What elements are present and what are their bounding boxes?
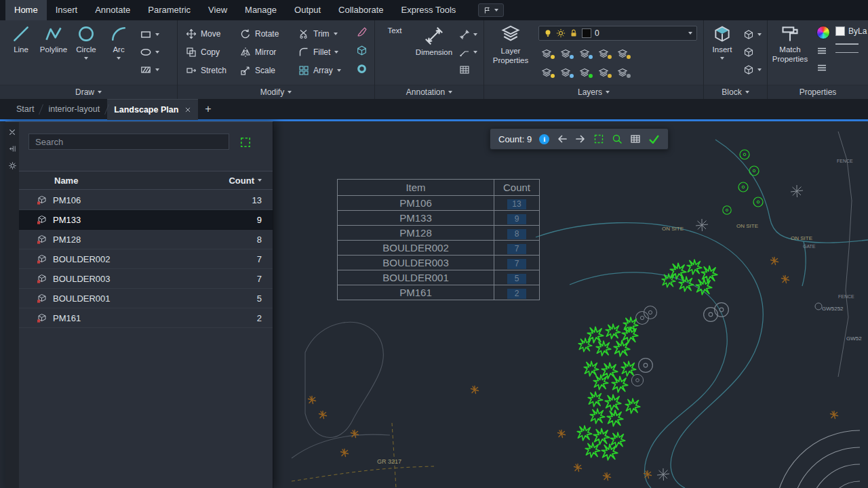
ribbon-tab-output[interactable]: Output xyxy=(285,0,330,20)
chevron-down-icon xyxy=(155,33,159,36)
select-counted-objects-button[interactable] xyxy=(593,134,604,144)
lineweight-dropdown[interactable] xyxy=(835,43,867,45)
leader-button[interactable] xyxy=(459,43,477,61)
linetype-dropdown[interactable] xyxy=(835,52,867,53)
line-tool-button[interactable]: Line xyxy=(5,24,37,55)
next-instance-button[interactable] xyxy=(575,134,586,144)
patio-arcs xyxy=(775,430,860,488)
ribbon-tab-annotate[interactable]: Annotate xyxy=(86,0,139,20)
trim-tool-button[interactable]: Trim xyxy=(298,25,350,43)
copy-icon xyxy=(186,47,197,58)
text-tool-button[interactable]: Text xyxy=(380,24,409,36)
layer-tools-row-2 xyxy=(541,66,629,77)
arc-tool-button[interactable]: Arc xyxy=(103,24,134,60)
list-item-pm161[interactable]: PM1612 xyxy=(19,308,273,328)
column-header-name[interactable]: Name xyxy=(54,176,78,186)
file-tab-landscape-plan[interactable]: Landscape Plan xyxy=(107,99,198,120)
dimension-tool-button[interactable]: Dimension xyxy=(413,24,455,58)
layer-thaw-button[interactable] xyxy=(560,66,572,77)
properties-panel-title[interactable]: Properties xyxy=(768,85,868,99)
previous-instance-button[interactable] xyxy=(557,134,568,144)
close-icon[interactable] xyxy=(184,106,191,113)
layers-panel-label: Layers xyxy=(578,87,602,97)
lineweight-list-icon[interactable] xyxy=(816,62,827,73)
array-tool-button[interactable]: Array xyxy=(298,62,350,79)
auto-hide-pin-icon[interactable] xyxy=(8,144,17,153)
list-item-boulder003[interactable]: BOULDER0037 xyxy=(19,269,273,289)
column-header-count[interactable]: Count xyxy=(229,176,262,186)
draw-panel-title[interactable]: Draw xyxy=(0,85,177,99)
erase-brush-icon[interactable] xyxy=(356,26,368,38)
list-item-pm106[interactable]: PM10613 xyxy=(19,190,273,210)
list-item-pm128[interactable]: PM1288 xyxy=(19,230,273,249)
ribbon-tab-manage[interactable]: Manage xyxy=(236,0,285,20)
color-wheel-icon[interactable] xyxy=(816,26,830,39)
circle-tool-button[interactable]: Circle xyxy=(71,24,102,60)
layer-lock-button[interactable] xyxy=(598,47,610,58)
ellipse-tool-button[interactable] xyxy=(140,43,159,61)
list-item-pm133[interactable]: PM1339 xyxy=(19,210,273,230)
insert-count-table-button[interactable] xyxy=(630,134,641,144)
chevron-down-icon xyxy=(473,33,477,36)
layer-lock-all-button[interactable] xyxy=(598,66,610,77)
block-panel-title[interactable]: Block xyxy=(704,85,767,99)
finish-count-check-button[interactable] xyxy=(648,134,660,145)
count-selection-button[interactable] xyxy=(237,134,254,150)
annotation-panel-title[interactable]: Annotation xyxy=(375,85,484,99)
layer-isolate-button[interactable] xyxy=(560,47,572,58)
layer-match-button[interactable] xyxy=(617,66,629,77)
move-tool-button[interactable]: Move xyxy=(186,25,240,43)
ribbon-tab-home[interactable]: Home xyxy=(5,0,47,20)
layer-off-button[interactable] xyxy=(541,47,553,58)
offset-donut-icon[interactable] xyxy=(356,63,368,75)
copy-tool-button[interactable]: Copy xyxy=(186,43,240,61)
layer-freeze-button[interactable] xyxy=(579,47,591,58)
ribbon-tab-parametric[interactable]: Parametric xyxy=(139,0,199,20)
ribbon-tab-collaborate[interactable]: Collaborate xyxy=(330,0,393,20)
block-attributes-button[interactable] xyxy=(743,61,762,79)
drawing-label-on-site-2: ON SITE xyxy=(736,223,758,229)
explode-cube-icon[interactable] xyxy=(356,45,368,56)
object-color-dropdown[interactable]: ByLa xyxy=(835,26,867,36)
gear-icon[interactable] xyxy=(8,161,17,170)
linetype-list-icon[interactable] xyxy=(816,45,827,56)
ellipse-icon xyxy=(140,46,152,58)
hatch-tool-button[interactable] xyxy=(140,61,159,79)
search-input[interactable] xyxy=(28,134,229,150)
list-item-boulder001[interactable]: BOULDER0015 xyxy=(19,289,273,308)
stretch-tool-button[interactable]: Stretch xyxy=(186,62,240,79)
rectangle-tool-button[interactable] xyxy=(140,26,159,43)
mirror-tool-button[interactable]: Mirror xyxy=(240,43,298,61)
panel-annotation: Text Dimension Annotation xyxy=(375,20,484,99)
dimension-style-button[interactable] xyxy=(459,26,477,43)
layer-select-dropdown[interactable]: 0 xyxy=(538,26,697,41)
file-tab-interior-layout[interactable]: interior-layout xyxy=(41,99,106,119)
ribbon-tab-view[interactable]: View xyxy=(199,0,236,20)
layers-panel-title[interactable]: Layers xyxy=(484,85,703,99)
polyline-tool-button[interactable]: Polyline xyxy=(38,24,69,55)
layer-on-all-button[interactable] xyxy=(541,66,553,77)
file-tab-start[interactable]: Start xyxy=(9,99,41,119)
ribbon-tab-express-tools[interactable]: Express Tools xyxy=(393,0,465,20)
circle-tool-label: Circle xyxy=(76,45,96,55)
zoom-to-selection-button[interactable] xyxy=(612,134,623,144)
rotate-tool-button[interactable]: Rotate xyxy=(240,25,298,43)
info-icon[interactable] xyxy=(539,134,549,144)
list-item-boulder002[interactable]: BOULDER0027 xyxy=(19,249,273,269)
fillet-tool-button[interactable]: Fillet xyxy=(298,43,350,61)
layer-unisolate-button[interactable] xyxy=(579,66,591,77)
create-block-button[interactable] xyxy=(743,26,762,43)
edit-block-button[interactable] xyxy=(743,43,762,61)
close-icon[interactable] xyxy=(8,128,16,136)
table-button[interactable] xyxy=(459,61,477,79)
ribbon-tab-insert[interactable]: Insert xyxy=(47,0,87,20)
layer-properties-button[interactable]: LayerProperties xyxy=(490,24,532,65)
layer-unlock-button[interactable] xyxy=(617,47,629,58)
insert-block-button[interactable]: Insert xyxy=(707,24,738,60)
new-drawing-tab-button[interactable]: + xyxy=(198,103,218,115)
modify-panel-title[interactable]: Modify xyxy=(178,85,374,99)
ribbon-display-options-button[interactable] xyxy=(478,3,504,17)
match-properties-button[interactable]: MatchProperties xyxy=(769,24,811,64)
line-icon xyxy=(12,24,31,43)
scale-tool-button[interactable]: Scale xyxy=(240,62,298,79)
